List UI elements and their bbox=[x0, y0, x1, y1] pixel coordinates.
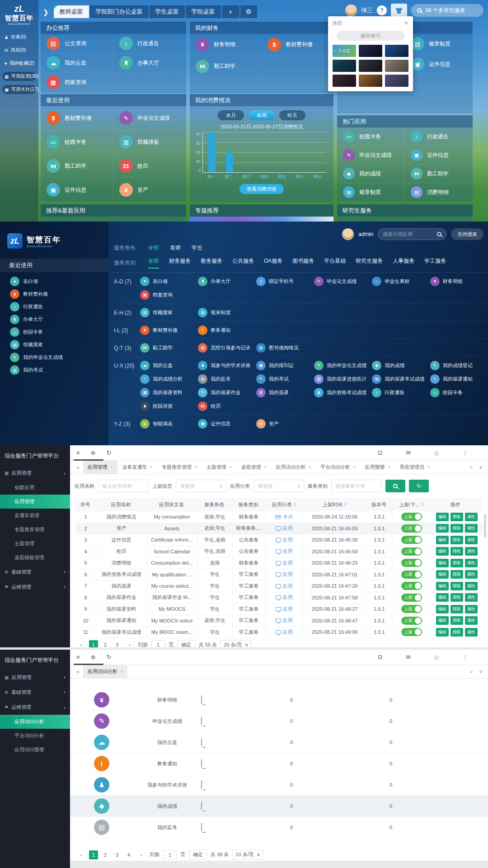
admin-tab[interactable]: 平台访问分析 ✕ bbox=[316, 461, 361, 474]
user-avatar[interactable] bbox=[342, 228, 354, 240]
app-item[interactable]: ✎ 我的考试 bbox=[256, 373, 314, 385]
page-size-select[interactable]: 10 条/页∨ bbox=[232, 850, 263, 859]
app-item[interactable]: ◔ 我的成绩分析 bbox=[140, 373, 198, 385]
analysis-row[interactable]: ▤ 我的监考 0 0 bbox=[70, 817, 488, 838]
properties-button[interactable]: 属性 bbox=[465, 616, 478, 625]
properties-button[interactable]: 属性 bbox=[465, 524, 478, 533]
skin-thumbnail[interactable] bbox=[333, 75, 356, 87]
edit-button[interactable]: 编辑 bbox=[436, 605, 449, 613]
app-item[interactable]: ! 教务通知 bbox=[198, 324, 256, 336]
app-item[interactable]: ▤ 我的慕课考试成绩 bbox=[372, 373, 430, 385]
online-toggle[interactable]: 上架 bbox=[401, 628, 422, 636]
app-item[interactable]: ☁ 我的云盘 bbox=[140, 359, 198, 372]
sidebar-item[interactable]: 主题管理 bbox=[0, 537, 70, 551]
properties-button[interactable]: 属性 bbox=[465, 570, 478, 579]
authorize-button[interactable]: 授权 bbox=[450, 616, 463, 625]
tag-icon[interactable]: ◇ bbox=[434, 449, 439, 456]
online-toggle[interactable]: 上架 bbox=[401, 617, 422, 625]
page-number[interactable]: 2 bbox=[101, 640, 110, 647]
category-option[interactable]: 全部 bbox=[148, 257, 159, 269]
recent-app-item[interactable]: $ 教材费补缴 bbox=[10, 289, 108, 299]
column-header[interactable]: 服务角色 bbox=[197, 498, 233, 511]
tab-close-icon[interactable]: ✕ bbox=[229, 465, 232, 469]
collapse-chevron-icon[interactable]: ❯ bbox=[43, 8, 49, 18]
column-header[interactable]: 序号 bbox=[75, 498, 96, 511]
app-item[interactable]: ✎ 我的成绩登记 bbox=[430, 359, 488, 372]
view-consumption-detail-button[interactable]: 查看消费详情 bbox=[239, 184, 284, 194]
tab-close-icon[interactable]: ✕ bbox=[264, 465, 267, 469]
range-button[interactable]: 昨天 bbox=[279, 110, 305, 120]
tab-close-icon[interactable]: ✕ bbox=[120, 670, 123, 674]
message-icon[interactable]: ✉ bbox=[406, 654, 411, 660]
page-number[interactable]: 2 bbox=[101, 850, 110, 859]
authorize-button[interactable]: 授权 bbox=[450, 605, 463, 613]
app-item[interactable]: ✎ 我的毕业论文成绩 bbox=[314, 359, 372, 372]
authorize-button[interactable]: 授权 bbox=[450, 628, 463, 637]
minimal-mode-button[interactable]: 极简模式 bbox=[337, 31, 404, 41]
app-item[interactable]: ▤ 消费明细 bbox=[405, 183, 473, 202]
page-number[interactable]: 4 bbox=[124, 850, 133, 859]
edit-button[interactable]: 编辑 bbox=[436, 628, 449, 637]
skin-thumbnail[interactable] bbox=[333, 60, 356, 72]
properties-button[interactable]: 属性 bbox=[465, 536, 478, 544]
sort-icon[interactable]: ⇅ bbox=[343, 502, 347, 507]
edit-button[interactable]: 编辑 bbox=[436, 559, 449, 567]
page-size-select[interactable]: 20 条/页∨ bbox=[221, 640, 251, 648]
edit-button[interactable]: 编辑 bbox=[436, 524, 449, 533]
app-item[interactable]: ▥ 我的慕课进度统计 bbox=[314, 373, 372, 385]
online-toggle[interactable]: 上架 bbox=[401, 571, 422, 579]
tab-close-icon[interactable]: ✕ bbox=[150, 465, 153, 469]
sidebar-item[interactable]: ▣ 可用卡片(17) bbox=[2, 85, 36, 94]
collapse-tabs-icon[interactable]: « bbox=[76, 669, 80, 675]
app-item[interactable]: ¥ 财务明细 bbox=[430, 275, 488, 288]
sidebar-item[interactable]: 平台访问分析 bbox=[0, 729, 70, 743]
cell-category[interactable]: 应用 bbox=[265, 615, 303, 627]
recent-app-item[interactable]: ✎ 我的毕业论文成绩 bbox=[10, 353, 108, 362]
app-item[interactable]: ¥ 资产 bbox=[113, 178, 186, 202]
app-item[interactable]: ▥ 馆藏搜索 bbox=[113, 130, 186, 154]
app-item[interactable]: ▦ 档案查询 bbox=[41, 73, 113, 92]
column-header[interactable]: 版本号 bbox=[366, 498, 393, 511]
app-item[interactable]: ♪ 行政通告 bbox=[372, 386, 430, 399]
app-item[interactable]: ♜ 办事大厅 bbox=[113, 53, 186, 73]
admin-tab[interactable]: 业务直通车 ✕ bbox=[117, 461, 157, 474]
analysis-row[interactable]: ♟ 我参与的学术讲座 0 0 bbox=[70, 774, 488, 796]
app-item[interactable]: ¥ 资产 bbox=[256, 417, 314, 430]
category-option[interactable]: 平台基础 bbox=[324, 257, 346, 269]
tab-close-icon[interactable]: ✕ bbox=[388, 465, 391, 469]
sidebar-item[interactable]: ♥ 我的收藏(2) bbox=[2, 59, 36, 68]
cell-category[interactable]: 应用 bbox=[265, 580, 303, 592]
cell-category[interactable]: 应用 bbox=[265, 569, 303, 580]
app-item[interactable]: ✎ 毕业论文成绩 bbox=[337, 146, 405, 165]
sidebar-item[interactable]: 桌面模板管理 bbox=[0, 551, 70, 565]
online-toggle[interactable]: 上架 bbox=[401, 513, 422, 521]
admin-tab[interactable]: 应用访问分析 ✕ bbox=[83, 665, 128, 679]
range-button[interactable]: 本月 bbox=[218, 110, 244, 120]
sidebar-group-header[interactable]: ⚙ 基础管理 ▾ bbox=[0, 685, 70, 700]
authorize-button[interactable]: 授权 bbox=[450, 570, 463, 579]
recent-app-item[interactable]: ▭ 校园卡务 bbox=[10, 327, 108, 337]
recent-app-item[interactable]: ♪ 行政通告 bbox=[10, 302, 108, 311]
app-item[interactable]: ▤ 规章制度 bbox=[405, 34, 473, 54]
app-item[interactable]: ▣ 证件信息 bbox=[405, 54, 473, 75]
skin-thumbnail[interactable] bbox=[359, 45, 382, 57]
table-scrollbar[interactable] bbox=[484, 514, 486, 538]
confirm-button[interactable]: 确定 bbox=[177, 640, 195, 648]
app-item[interactable]: ♟ 我参与的学术讲座 bbox=[198, 359, 256, 372]
cell-category[interactable]: 应用 bbox=[265, 592, 303, 604]
skin-thumbnail[interactable] bbox=[385, 75, 408, 87]
cell-category[interactable]: 应用 bbox=[265, 557, 303, 569]
analysis-row[interactable]: ! 教务通知 0 0 bbox=[70, 753, 488, 774]
authorize-button[interactable]: 授权 bbox=[450, 593, 463, 602]
reset-refresh-button[interactable]: ↻ bbox=[409, 480, 429, 492]
role-option[interactable]: 全部 bbox=[148, 244, 159, 252]
online-toggle[interactable]: 上架 bbox=[401, 559, 422, 567]
admin-tab[interactable]: 专题推荐管理 ✕ bbox=[157, 461, 202, 474]
app-item[interactable]: ⋈ 勤工助学 bbox=[405, 165, 473, 183]
skin-thumbnail[interactable] bbox=[385, 45, 408, 57]
cell-category[interactable]: 应用 bbox=[265, 604, 303, 615]
app-item[interactable]: ▤ 公文查询 bbox=[41, 34, 113, 53]
skin-thumbnail[interactable] bbox=[359, 60, 382, 72]
table-row[interactable]: 3 证件信息 Certificate inform... 学生,老师 公共服务 … bbox=[75, 534, 483, 546]
add-desktop-button[interactable]: ＋ bbox=[222, 5, 239, 18]
